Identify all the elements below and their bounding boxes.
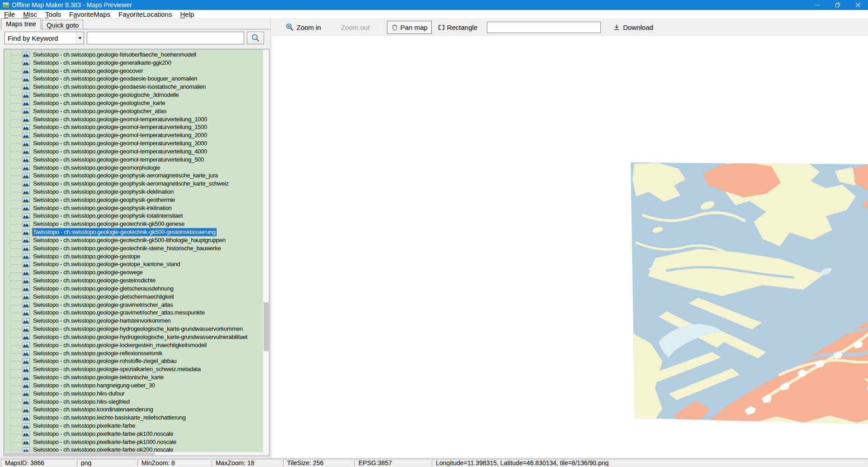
map-preview-image <box>631 162 868 429</box>
tree-item[interactable]: Swisstopo - ch.swisstopo.geologie-rohsto… <box>4 357 263 365</box>
map-toolbar: Zoom in Zoom out Pan map Rectangle <box>272 18 868 36</box>
window-title: Offline Map Maker 8.363 - Maps Previewer <box>12 0 132 10</box>
download-button[interactable]: Download <box>609 21 657 34</box>
tree-item[interactable]: Swisstopo - ch.swisstopo.geologie-geomol… <box>4 131 263 139</box>
rectangle-select-button[interactable]: Rectangle <box>434 21 482 34</box>
tree-item[interactable]: Swisstopo - ch.swisstopo.geologie-spezia… <box>4 365 263 373</box>
tree-item[interactable]: Swisstopo - ch.swisstopo.geologie-hydrog… <box>4 333 263 341</box>
tree-item[interactable]: Swisstopo - ch.swisstopo.geologie-geotop… <box>4 253 263 261</box>
tree-horizontal-scrollbar[interactable] <box>4 452 263 456</box>
tree-item[interactable]: Swisstopo - ch.swisstopo.geologie-geophy… <box>4 180 263 188</box>
tree-item[interactable]: Swisstopo - ch.swisstopo.pixelkarte-farb… <box>4 430 263 438</box>
tree-item[interactable]: Swisstopo - ch.swisstopo.geologie-gletsc… <box>4 285 263 293</box>
tree-item[interactable]: Swisstopo - ch.swisstopo.geologie-geotec… <box>4 228 263 236</box>
tree-item[interactable]: Swisstopo - ch.swisstopo.geologie-hartst… <box>4 317 263 325</box>
keyword-input[interactable] <box>87 32 244 44</box>
tree-item[interactable]: Swisstopo - ch.swisstopo.geologie-gravim… <box>4 309 263 317</box>
tree-item[interactable]: Swisstopo - ch.swisstopo.pixelkarte-farb… <box>4 446 263 452</box>
rectangle-icon <box>439 25 444 30</box>
menu-item-tools[interactable]: Tools <box>41 10 65 19</box>
vertical-scrollbar-thumb[interactable] <box>264 302 269 351</box>
tree-item[interactable]: Swisstopo - ch.swisstopo.geologie-geophy… <box>4 212 263 220</box>
menu-item-favoritelocations[interactable]: FavoriteLocations <box>114 10 176 19</box>
tree-item[interactable]: Swisstopo - ch.swisstopo.geologie-geomol… <box>4 139 263 148</box>
tree-item[interactable]: Swisstopo - ch.swisstopo.pixelkarte-farb… <box>4 422 263 430</box>
tree-item[interactable]: Swisstopo - ch.swisstopo.geologie-geocov… <box>4 67 263 75</box>
tree-item[interactable]: Swisstopo - ch.swisstopo.koordinatenaend… <box>4 405 263 414</box>
search-mode-selected: Find by Keyword <box>5 34 76 42</box>
toolbar-coords-input[interactable] <box>487 22 601 33</box>
menu-item-favoritemaps[interactable]: FavoriteMaps <box>65 10 114 19</box>
tree-item[interactable]: Swisstopo - ch.swisstopo.geologie-geomol… <box>4 115 263 124</box>
tree-item[interactable]: Swisstopo - ch.swisstopo.geologie-geodae… <box>4 83 263 91</box>
tree-item[interactable]: Swisstopo - ch.swisstopo.geologie-tekton… <box>4 373 263 381</box>
tree-item[interactable]: Swisstopo - ch.swisstopo.geologie-gletsc… <box>4 293 263 301</box>
tab-maps-tree[interactable]: Maps tree <box>1 18 41 29</box>
tree-item-label: Swisstopo - ch.swisstopo.geologie-rohsto… <box>32 357 178 365</box>
tree-item[interactable]: Swisstopo - ch.swisstopo.geologie-gestei… <box>4 276 263 285</box>
map-layer-icon <box>22 294 30 300</box>
tree-item[interactable]: Swisstopo - ch.swisstopo.hiks-dufour <box>4 390 263 398</box>
close-button[interactable] <box>848 0 868 10</box>
search-mode-dropdown[interactable]: Find by Keyword <box>5 32 84 44</box>
menu-item-misc[interactable]: Misc <box>19 10 41 19</box>
tree-item[interactable]: Swisstopo - ch.swisstopo.geologie-geolog… <box>4 99 263 107</box>
tree-item[interactable]: Swisstopo - ch.swisstopo.leichte-basiska… <box>4 414 263 422</box>
map-viewport[interactable] <box>272 36 868 458</box>
tree-item[interactable]: Swisstopo - ch.swisstopo.geologie-gravim… <box>4 301 263 309</box>
tree-item[interactable]: Swisstopo - ch.swisstopo.geologie-geophy… <box>4 196 263 204</box>
dropdown-arrow-button[interactable] <box>76 32 84 44</box>
map-layer-icon <box>22 286 30 291</box>
tree-item[interactable]: Swisstopo - ch.swisstopo.geologie-geophy… <box>4 188 263 196</box>
tree-item[interactable]: Swisstopo - ch.swisstopo.geologie-geoweg… <box>4 268 263 276</box>
zoom-in-button[interactable]: Zoom in <box>282 20 325 34</box>
tree-item[interactable]: Swisstopo - ch.swisstopo.geologie-geomor… <box>4 164 263 172</box>
tree-item[interactable]: Swisstopo - ch.swisstopo.geologie-hydrog… <box>4 325 263 333</box>
tree-item[interactable]: Swisstopo - ch.swisstopo.geologie-geotec… <box>4 236 263 244</box>
tree-item[interactable]: Swisstopo - ch.swisstopo.geologie-geophy… <box>4 172 263 180</box>
tree-item-label: Swisstopo - ch.swisstopo.hiks-dufour <box>32 390 125 397</box>
tree-item[interactable]: Swisstopo - ch.swisstopo.geologie-geotec… <box>4 244 263 253</box>
tree-item-label: Swisstopo - ch.swisstopo.leichte-basiska… <box>32 414 187 421</box>
tree-item[interactable]: Swisstopo - ch.swisstopo.geologie-geotop… <box>4 261 263 269</box>
map-layer-icon <box>22 375 30 381</box>
horizontal-scrollbar-thumb[interactable] <box>5 453 155 455</box>
map-layer-icon <box>22 173 30 179</box>
map-layer-icon <box>22 310 30 316</box>
map-layer-icon <box>22 108 30 114</box>
map-layer-icon <box>22 431 30 437</box>
tree-item[interactable]: Swisstopo - ch.swisstopo.pixelkarte-farb… <box>4 438 263 446</box>
menu-item-file[interactable]: File <box>0 10 19 19</box>
tree-item[interactable]: Swisstopo - ch.swisstopo.geologie-geodae… <box>4 75 263 83</box>
pan-map-button[interactable]: Pan map <box>387 21 432 34</box>
tree-vertical-scrollbar[interactable] <box>263 49 269 456</box>
map-layer-icon <box>22 148 30 154</box>
tab-quick-goto[interactable]: Quick goto <box>42 20 84 29</box>
tree-item[interactable]: Swisstopo - ch.swisstopo.geologie-geomol… <box>4 148 263 156</box>
tree-item[interactable]: Swisstopo - ch.swisstopo.hiks-siegfried <box>4 398 263 406</box>
minimize-button[interactable] <box>807 0 827 10</box>
tree-item[interactable]: Swisstopo - ch.swisstopo.geologie-geotec… <box>4 220 263 228</box>
tree-item[interactable]: Swisstopo - ch.swisstopo.geologie-locker… <box>4 341 263 349</box>
map-layer-icon <box>22 221 30 227</box>
menu-bar: FileMiscToolsFavoriteMapsFavoriteLocatio… <box>0 10 868 19</box>
map-layer-icon <box>22 141 30 147</box>
map-layer-icon <box>22 447 30 452</box>
tree-item[interactable]: Swisstopo - ch.swisstopo.geologie-felsob… <box>4 51 263 59</box>
tree-item[interactable]: Swisstopo - ch.swisstopo.geologie-geomol… <box>4 156 263 164</box>
tree-item[interactable]: Swisstopo - ch.swisstopo.geologie-geophy… <box>4 204 263 212</box>
restore-button[interactable] <box>827 0 848 10</box>
search-button[interactable] <box>247 32 264 44</box>
tree-item[interactable]: Swisstopo - ch.swisstopo.geologie-genera… <box>4 59 263 67</box>
map-layer-icon <box>22 60 30 66</box>
tree-item[interactable]: Swisstopo - ch.swisstopo.geologie-reflex… <box>4 349 263 357</box>
status-tile-format: png <box>77 459 136 467</box>
tree-item[interactable]: Swisstopo - ch.swisstopo.hangneigung-ueb… <box>4 381 263 390</box>
tree-item[interactable]: Swisstopo - ch.swisstopo.geologie-geolog… <box>4 91 263 99</box>
zoom-out-button[interactable]: Zoom out <box>337 21 373 34</box>
tree-rows: Swisstopo - ch.swisstopo.geologie-felsob… <box>4 49 263 452</box>
map-layer-icon <box>22 133 30 138</box>
tree-item[interactable]: Swisstopo - ch.swisstopo.geologie-geomol… <box>4 123 263 131</box>
tree-item[interactable]: Swisstopo - ch.swisstopo.geologie-geolog… <box>4 107 263 115</box>
menu-item-help[interactable]: Help <box>176 10 198 19</box>
